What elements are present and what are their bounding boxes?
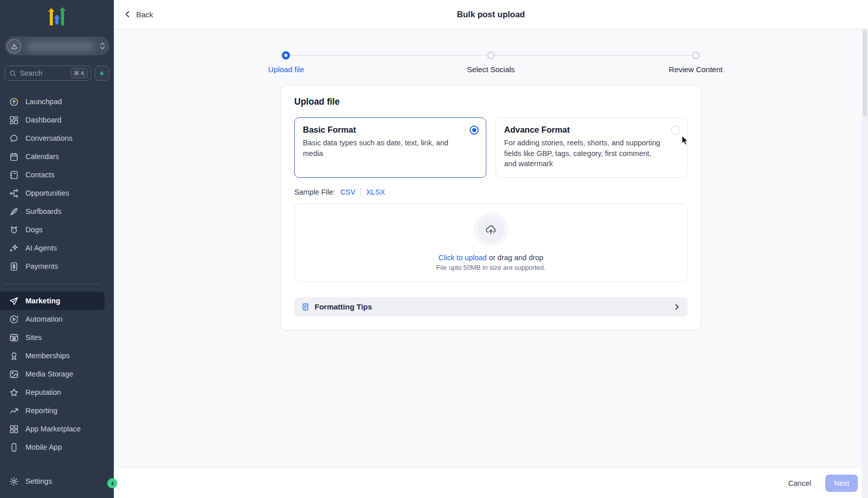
quick-actions-button[interactable] [95,66,109,81]
sidebar-item-settings[interactable]: Settings [0,472,114,490]
app-window: Search ⌘ K Launchpad Dashboard Conversat… [0,0,868,498]
sidebar-item-dogs[interactable]: Dogs [0,221,114,239]
step-upload-file[interactable]: Upload file [268,51,304,74]
sidebar-item-dashboard[interactable]: Dashboard [0,111,114,129]
image-icon [9,369,19,379]
sidebar-item-label: Reputation [25,388,61,396]
paper-plane-icon [9,296,19,306]
step-label: Select Socials [467,65,515,74]
sample-csv-link[interactable]: CSV [340,188,356,196]
sidebar-item-media-storage[interactable]: Media Storage [0,365,114,383]
chevron-left-icon [110,481,115,486]
radio-unselected-icon[interactable] [671,126,680,135]
account-name-redacted [26,42,95,51]
sidebar-divider [4,284,101,284]
sidebar-item-label: Conversations [25,134,73,142]
gear-icon [9,477,19,486]
calendar-icon [9,152,19,162]
sidebar-item-sites[interactable]: Sites [0,328,114,347]
sidebar-item-label: Dogs [25,226,43,234]
sample-file-row: Sample File: CSV XLSX [294,188,688,196]
surfboard-icon [9,207,19,216]
scrollbar-track[interactable] [862,29,868,498]
back-label: Back [136,10,153,19]
sidebar-item-payments[interactable]: Payments [0,257,114,275]
contacts-book-icon [9,170,19,180]
sample-file-label: Sample File: [294,188,335,196]
sidebar-item-label: Opportunities [25,189,69,197]
payments-icon [9,262,19,271]
launchpad-icon [9,97,19,107]
sidebar-item-label: Media Storage [25,370,73,378]
upload-cloud-badge [474,212,508,247]
dashboard-icon [9,115,19,125]
sidebar-item-contacts[interactable]: Contacts [0,166,114,184]
sidebar-item-memberships[interactable]: Memberships [0,347,114,365]
sidebar-item-automation[interactable]: Automation [0,310,114,328]
upload-file-card: Upload file Basic Format Basic data type… [281,85,701,330]
opportunities-icon [9,189,19,198]
sidebar-item-label: Launchpad [25,98,62,106]
step-select-socials[interactable]: Select Socials [467,51,515,74]
sidebar-item-launchpad[interactable]: Launchpad [0,92,114,111]
sidebar-nav-primary: Launchpad Dashboard Conversations Calend… [0,92,114,275]
step-label: Review Content [669,65,723,74]
cloud-upload-icon [484,223,498,236]
sidebar-item-marketing[interactable]: Marketing [0,292,105,310]
wizard-stepper: Upload file Select Socials Review Conten… [114,37,868,78]
next-button[interactable]: Next [825,475,858,492]
cancel-button[interactable]: Cancel [783,475,816,491]
sidebar-item-conversations[interactable]: Conversations [0,129,114,147]
sidebar-nav-secondary: Marketing Automation Sites Memberships M… [0,292,114,456]
sidebar-item-reporting[interactable]: Reporting [0,401,114,420]
star-icon [9,388,19,397]
app-logo [0,0,114,34]
dropzone-hint: File upto 50MB in size are supported. [295,264,687,271]
format-option-basic[interactable]: Basic Format Basic data types such as da… [294,117,486,178]
sidebar-item-app-marketplace[interactable]: App Marketplace [0,420,114,438]
search-icon [9,70,16,77]
sidebar-item-label: Dashboard [25,116,61,124]
formatting-tips-row[interactable]: Formatting Tips [294,297,688,317]
search-shortcut-badge: ⌘ K [71,68,88,78]
chat-bubble-icon [9,134,19,143]
search-placeholder: Search [20,69,67,77]
back-button[interactable]: Back [124,10,153,19]
sidebar-item-surfboards[interactable]: Surfboards [0,202,114,221]
sidebar-item-label: Mobile App [25,443,62,451]
step-dot [487,51,495,59]
file-dropzone[interactable]: Click to upload or drag and drop File up… [294,203,688,282]
sample-xlsx-link[interactable]: XLSX [366,188,385,196]
format-option-advance[interactable]: Advance Format For adding stories, reels… [495,117,688,178]
sidebar-item-ai-agents[interactable]: AI Agents [0,239,114,257]
location-icon [7,39,21,53]
scrollbar-thumb[interactable] [863,30,867,116]
lightning-bolt-icon [99,70,105,77]
step-review-content[interactable]: Review Content [669,51,723,74]
sidebar-collapse-button[interactable] [107,478,117,488]
card-title: Upload file [294,97,688,107]
radio-selected-icon[interactable] [470,126,479,135]
sidebar-item-label: Payments [25,262,58,270]
sites-icon [9,333,19,343]
main-area: Back Bulk post upload Upload file Select… [114,0,868,498]
chevron-up-down-icon [100,42,105,50]
sidebar-item-label: Sites [25,333,42,341]
sidebar-item-label: Contacts [25,171,54,179]
sidebar-item-calendars[interactable]: Calendars [0,147,114,166]
sidebar-item-label: Surfboards [25,207,61,215]
sparkles-icon [9,243,19,253]
sidebar-item-label: Reporting [25,407,57,415]
option-description: For adding stories, reels, shorts, and s… [504,138,665,169]
option-description: Basic data types such as date, text, lin… [303,138,463,159]
sidebar-item-reputation[interactable]: Reputation [0,383,114,401]
step-dot [692,51,700,59]
account-switcher[interactable] [5,37,109,55]
search-input[interactable]: Search ⌘ K [5,66,91,81]
document-tips-icon [301,303,309,311]
step-label: Upload file [268,65,304,74]
sidebar-item-opportunities[interactable]: Opportunities [0,184,114,202]
click-to-upload-link[interactable]: Click to upload [439,254,487,262]
sidebar-item-mobile-app[interactable]: Mobile App [0,438,114,456]
sidebar-item-label: Marketing [25,297,60,305]
